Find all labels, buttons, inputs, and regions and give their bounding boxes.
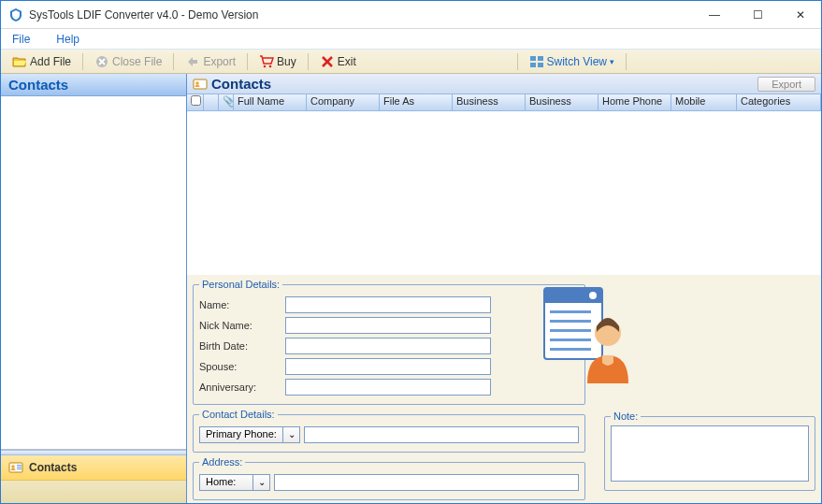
col-categories[interactable]: Categories [737, 94, 821, 110]
anniversary-label: Anniversary: [199, 382, 285, 393]
birthdate-field[interactable] [285, 338, 491, 354]
nickname-label: Nick Name: [199, 320, 285, 331]
primary-phone-field[interactable] [304, 426, 579, 443]
chevron-down-icon[interactable]: ⌄ [253, 474, 270, 491]
birthdate-label: Birth Date: [199, 340, 285, 352]
anniversary-field[interactable] [285, 379, 491, 396]
svg-rect-6 [538, 63, 543, 67]
svg-rect-19 [550, 329, 591, 332]
svg-rect-18 [550, 320, 591, 323]
col-business1[interactable]: Business [453, 94, 526, 110]
right-panel: Contacts Export 📎 Full Name Company File… [187, 74, 821, 503]
contact-card-icon [8, 460, 23, 475]
svg-point-2 [269, 65, 272, 67]
x-icon [320, 54, 335, 69]
col-mobile[interactable]: Mobile [671, 94, 737, 110]
contact-details-group: Contact Details: Primary Phone: ⌄ [193, 409, 585, 453]
title-bar: SysTools LDIF Converter v4.0 - Demo Vers… [1, 1, 821, 29]
svg-rect-12 [194, 79, 207, 89]
contact-illustration-icon [541, 284, 634, 385]
export-button[interactable]: Export [180, 52, 241, 71]
col-icon[interactable] [204, 94, 219, 110]
tree-view[interactable] [1, 96, 186, 450]
export-grid-button[interactable]: Export [757, 77, 815, 92]
col-checkbox[interactable] [187, 94, 204, 110]
export-icon [185, 54, 200, 69]
add-file-button[interactable]: Add File [7, 52, 77, 71]
app-icon [8, 7, 23, 22]
col-fileas[interactable]: File As [380, 94, 453, 110]
minimize-button[interactable]: — [701, 8, 728, 22]
note-field[interactable] [611, 425, 809, 482]
svg-rect-4 [538, 56, 543, 61]
svg-rect-20 [550, 338, 591, 341]
primary-phone-combo[interactable]: Primary Phone: ⌄ [199, 426, 300, 443]
address-type-combo[interactable]: Home: ⌄ [199, 474, 270, 491]
address-group: Address: Home: ⌄ [193, 456, 585, 500]
grid-column-headers: 📎 Full Name Company File As Business Bus… [187, 94, 821, 111]
contacts-header: Contacts Export [187, 74, 821, 94]
col-attach[interactable]: 📎 [219, 94, 234, 110]
cart-icon [259, 54, 274, 69]
close-icon [94, 54, 109, 69]
svg-rect-10 [17, 467, 22, 468]
name-field[interactable] [285, 296, 491, 313]
chevron-down-icon: ▾ [610, 57, 614, 66]
buy-button[interactable]: Buy [253, 52, 302, 71]
svg-point-16 [589, 292, 597, 299]
personal-details-group: Personal Details: Name: Nick Name: Birth… [193, 279, 585, 405]
contacts-tree-header: Contacts [1, 74, 186, 96]
svg-point-8 [11, 465, 15, 468]
contact-card-icon [193, 77, 208, 92]
nav-footer [1, 481, 186, 503]
note-group: Note: [604, 410, 815, 491]
svg-point-1 [264, 65, 267, 67]
col-fullname[interactable]: Full Name [234, 94, 307, 110]
svg-rect-17 [550, 310, 591, 313]
col-homephone[interactable]: Home Phone [598, 94, 671, 110]
close-file-button[interactable]: Close File [89, 52, 167, 71]
switch-view-button[interactable]: Switch View ▾ [524, 52, 620, 71]
left-panel: Contacts Contacts [1, 74, 187, 503]
switch-view-icon [529, 54, 544, 69]
spouse-field[interactable] [285, 358, 491, 375]
name-label: Name: [199, 299, 285, 310]
address-field[interactable] [274, 474, 579, 491]
svg-rect-21 [550, 348, 591, 351]
grid-body[interactable] [187, 111, 821, 275]
attachment-icon: 📎 [223, 95, 234, 107]
details-area: Personal Details: Name: Nick Name: Birth… [187, 275, 821, 503]
nav-contacts-button[interactable]: Contacts [1, 455, 186, 481]
svg-rect-11 [17, 468, 22, 469]
close-button[interactable]: ✕ [787, 8, 814, 22]
col-company[interactable]: Company [307, 94, 380, 110]
menu-bar: File Help [1, 29, 821, 50]
toolbar: Add File Close File Export Buy Exit Swit… [1, 50, 821, 74]
menu-file[interactable]: File [12, 33, 30, 46]
svg-point-13 [195, 81, 199, 85]
col-business2[interactable]: Business [526, 94, 598, 110]
svg-rect-5 [530, 63, 536, 67]
folder-open-icon [12, 54, 27, 69]
menu-help[interactable]: Help [56, 33, 79, 46]
window-title: SysTools LDIF Converter v4.0 - Demo Vers… [29, 8, 701, 22]
exit-button[interactable]: Exit [314, 52, 362, 71]
svg-rect-3 [530, 56, 536, 61]
chevron-down-icon[interactable]: ⌄ [283, 426, 300, 443]
nickname-field[interactable] [285, 317, 491, 334]
svg-rect-9 [17, 465, 22, 466]
maximize-button[interactable]: ☐ [744, 8, 771, 22]
spouse-label: Spouse: [199, 361, 285, 372]
